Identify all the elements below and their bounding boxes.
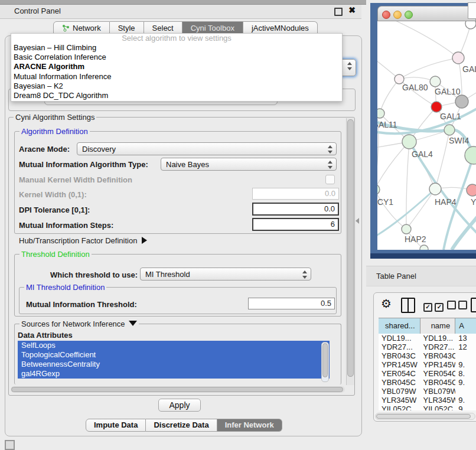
mi-type-combobox[interactable]: Naive Bayes [161, 158, 337, 171]
expanded-arrow-icon [129, 321, 137, 326]
attribute-item[interactable]: SelfLoops [18, 341, 330, 350]
hub-expander[interactable]: Hub/Transcription Factor Definition [19, 236, 147, 245]
node-hap2[interactable] [402, 224, 411, 234]
table-cell: YLR345W [420, 396, 456, 405]
node[interactable] [465, 146, 476, 164]
column-header-shared[interactable]: shared... [379, 318, 420, 334]
table-row[interactable]: YPR145WYPR145W9. [379, 360, 476, 369]
table-header-row: shared... name A [379, 318, 476, 334]
table-cell: YBL079W [420, 387, 456, 396]
tab-label: Select [152, 22, 174, 34]
split-columns-icon[interactable] [401, 298, 415, 313]
apply-button[interactable]: Apply [158, 399, 201, 412]
document-icon[interactable] [471, 298, 476, 312]
deselect-all-icon[interactable] [447, 301, 467, 312]
control-panel-titlebar: Control Panel ✖ [0, 5, 361, 19]
attribute-item[interactable]: gal4RGexp [18, 369, 330, 379]
table-cell: YER054C [420, 369, 456, 378]
column-header-name[interactable]: name [420, 318, 456, 334]
scrollbar-thumb[interactable] [11, 387, 343, 392]
table-horizontal-scrollbar[interactable] [375, 413, 475, 420]
table-rows[interactable]: YDL19...YDL19...13YDR27...YDR27...12YBR0… [379, 334, 476, 410]
table-row[interactable]: YBR043CYBR043C [379, 351, 476, 360]
splitter-collapse-arrow[interactable] [356, 218, 359, 224]
list-vertical-scrollbar[interactable] [321, 342, 329, 382]
sources-expander[interactable]: Sources for Network Inference [19, 319, 139, 328]
dock-icon[interactable] [5, 440, 15, 450]
combo-value: MI Threshold [145, 270, 190, 279]
dpi-tolerance-field[interactable]: 0.0 [252, 203, 339, 216]
table-row[interactable]: YBR045CYBR045C9. [379, 378, 476, 387]
float-window-icon[interactable] [334, 8, 343, 16]
table-cell: 8. [455, 369, 476, 378]
settings-vertical-scrollbar[interactable] [346, 118, 354, 385]
table-row[interactable]: YBL079WYBL079W [379, 387, 476, 396]
kernel-width-field[interactable]: 0.0 [252, 188, 339, 200]
scrollbar-thumb[interactable] [347, 119, 354, 377]
stepper-icon [327, 161, 332, 169]
column-header-partial[interactable]: A [455, 318, 476, 334]
mi-type-label: Mutual Information Algorithm Type: [19, 160, 148, 169]
network-graph: GALGAL80GAL10GAL1GAL11SWI4GAL4GCY1HAP4YH… [377, 21, 476, 250]
algorithm-option[interactable]: Bayesian – K2 [11, 81, 342, 91]
manual-kernel-label: Manual Kernel Width Definition [19, 175, 132, 184]
table-row[interactable]: YDR27...YDR27...12 [379, 343, 476, 351]
node[interactable] [420, 245, 428, 250]
node-gal4[interactable] [402, 135, 416, 149]
attribute-item[interactable]: TopologicalCoefficient [18, 350, 330, 360]
close-traffic-light[interactable] [382, 11, 390, 19]
manual-kernel-checkbox[interactable] [325, 175, 335, 184]
table-row[interactable]: YIL052CYIL052C9. [379, 405, 476, 410]
algorithm-option[interactable]: Dream8 DC_TDC Algorithm [11, 91, 342, 100]
aracne-mode-combobox[interactable]: Discovery [77, 142, 337, 155]
table-row[interactable]: YLR345WYLR345W9. [379, 396, 476, 405]
node-gal11[interactable] [377, 109, 384, 118]
data-attributes-list[interactable]: SelfLoopsTopologicalCoefficientBetweenne… [18, 341, 330, 382]
node-gcy1[interactable] [377, 184, 380, 195]
table-row[interactable]: YER054CYER054C8. [379, 369, 476, 378]
attribute-item[interactable]: BetweennessCentrality [18, 360, 330, 369]
scrollbar-thumb[interactable] [376, 414, 471, 419]
node-hap4[interactable] [429, 183, 441, 195]
select-all-icon[interactable]: ✓ ✓ [423, 301, 444, 312]
network-icon [62, 24, 70, 32]
network-canvas[interactable]: GALGAL80GAL10GAL1GAL11SWI4GAL4GCY1HAP4YH… [377, 21, 476, 250]
mi-threshold-label: Mutual Information Threshold: [26, 300, 137, 309]
stepper-icon [302, 270, 307, 279]
algorithm-list: Bayesian – Hill ClimbingBasic Correlatio… [11, 43, 342, 100]
settings-horizontal-scrollbar[interactable] [11, 386, 345, 393]
node-label: GAL1 [440, 112, 461, 121]
mi-steps-label: Mutual Information Steps: [19, 221, 113, 230]
tab-impute-data[interactable]: Impute Data [86, 419, 146, 432]
table-panel-body: ⚙ ✓ ✓ shared... name A YDL19...YDL19...1… [373, 292, 476, 422]
algorithm-option[interactable]: ARACNE Algorithm [11, 62, 342, 71]
close-icon[interactable]: ✖ [348, 5, 356, 15]
tab-label: Style [118, 22, 135, 34]
node-swi4[interactable] [444, 125, 455, 135]
table-cell: YLR345W [379, 396, 420, 405]
which-threshold-combobox[interactable]: MI Threshold [140, 268, 311, 281]
node-label: GAL4 [412, 149, 433, 159]
mi-threshold-field[interactable]: 0.5 [248, 298, 335, 309]
unchecked-box-icon [458, 301, 467, 309]
node[interactable] [455, 95, 468, 108]
node-y[interactable] [467, 184, 476, 196]
gear-icon[interactable]: ⚙ [381, 296, 392, 311]
collapsed-arrow-icon [142, 237, 147, 244]
algorithm-option[interactable]: Basic Correlation Inference [11, 53, 342, 62]
node-gal[interactable] [452, 52, 464, 64]
algorithm-option[interactable]: Mutual Information Inference [11, 72, 342, 81]
node[interactable] [465, 21, 476, 29]
tab-infer-network[interactable]: Infer Network [217, 419, 282, 432]
tab-discretize-data[interactable]: Discretize Data [146, 419, 217, 432]
network-window-titlebar[interactable] [377, 6, 476, 21]
table-row[interactable]: YDL19...YDL19...13 [379, 334, 476, 343]
node-gal10[interactable] [430, 76, 441, 87]
scrollbar-thumb[interactable] [322, 343, 328, 377]
algorithm-option[interactable]: Bayesian – Hill Climbing [11, 43, 342, 53]
mi-steps-field[interactable]: 6 [252, 218, 339, 231]
table-cell: YBR043C [379, 351, 420, 360]
zoom-traffic-light[interactable] [405, 11, 413, 19]
node-gal1[interactable] [431, 102, 442, 112]
minimize-traffic-light[interactable] [393, 11, 402, 19]
